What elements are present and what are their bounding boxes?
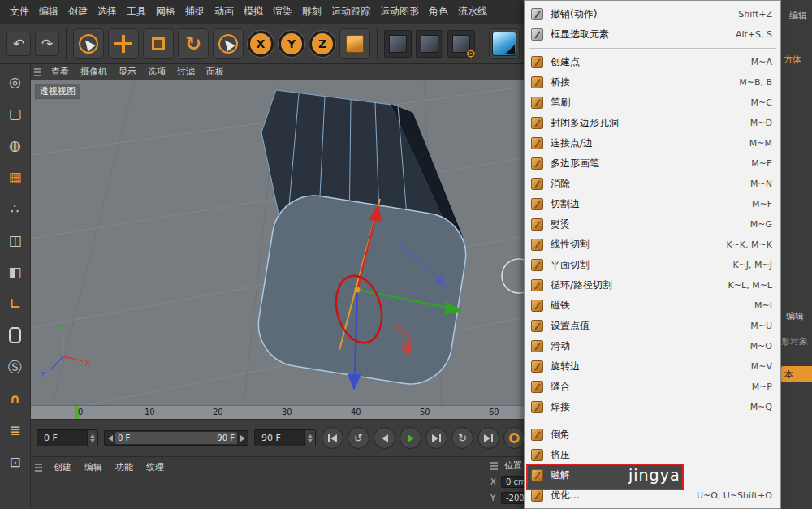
context-menu-item[interactable]: 创建点 M~A [525,52,780,72]
mode-icon[interactable] [3,101,28,126]
menubar-item[interactable]: 编辑 [34,2,63,22]
spinner-arrows[interactable] [87,430,97,446]
rotate-tool-button[interactable]: ↻ [178,28,209,59]
view-label[interactable]: 透视视图 [35,84,80,99]
menubar-item[interactable]: 文件 [5,2,34,22]
context-menu-item[interactable]: 平面切割 K~J, M~J [525,255,780,275]
render-view-button[interactable] [384,30,412,58]
mesh-object[interactable] [253,90,472,390]
mode-icon[interactable] [3,70,28,94]
material-menu-item[interactable]: 编辑 [78,459,109,475]
last-tool-button[interactable] [213,28,244,59]
context-menu-item[interactable]: 滑动 M~O [525,336,780,356]
viewport-menu-item[interactable]: 面板 [201,64,230,80]
mode-icon[interactable] [3,355,28,379]
mode-icon[interactable] [3,323,28,347]
menubar-item[interactable]: 捕捉 [180,2,209,22]
context-menu-item[interactable]: 熨烫 M~G [525,214,780,235]
mode-icon[interactable] [3,291,28,316]
context-menu-item[interactable]: 框显选取元素 Alt+S, S [525,24,780,45]
menubar-item[interactable]: 动画 [209,2,239,22]
panel-grip-icon[interactable] [35,463,42,472]
axis-lock-button[interactable]: Y [279,31,304,57]
timeline-ruler[interactable]: 0102030405060 [31,405,524,420]
primitive-object-button[interactable] [489,28,520,59]
redo-button[interactable]: ↷ [35,32,59,56]
viewport-menu-item[interactable]: 过滤 [171,64,201,80]
viewport-menu-item[interactable]: 查看 [45,64,75,80]
menubar-item[interactable]: 渲染 [268,2,297,22]
context-menu-item[interactable]: 切割边 M~F [525,194,780,214]
viewport[interactable]: 透视视图 [31,80,524,405]
undo-button[interactable]: ↶ [6,32,31,56]
object-name-label[interactable]: 方体 [784,54,801,66]
context-menu-item[interactable]: 磁铁 M~I [525,295,780,316]
right-dock-edit-label[interactable]: 编辑 [789,10,807,22]
context-menu-item[interactable]: 多边形画笔 M~E [525,153,780,174]
context-menu-item[interactable]: 撤销(动作) Shift+Z [525,4,780,24]
context-menu-item[interactable]: 循环/路径切割 K~L, M~L [525,275,780,295]
viewport-menu-item[interactable]: 显示 [113,64,142,80]
menubar-item[interactable]: 工具 [122,2,151,22]
coordinate-system-button[interactable] [339,28,370,59]
context-menu-item[interactable]: 融解 jingya [525,465,780,485]
context-menu-item[interactable]: 焊接 M~Q [525,397,780,417]
menubar-item[interactable]: 选择 [93,2,122,22]
render-settings-button[interactable]: ⚙ [447,30,475,58]
play-loop-button[interactable]: ↻ [451,427,473,449]
menubar-item[interactable]: 模拟 [239,2,268,22]
range-left-arrow[interactable] [105,435,115,442]
live-selection-button[interactable] [73,28,104,59]
mode-icon[interactable] [3,165,28,189]
mode-icon[interactable] [3,450,28,474]
range-right-arrow[interactable] [237,435,248,442]
context-menu-item[interactable]: 线性切割 K~K, M~K [525,235,780,255]
current-frame-field[interactable]: 0 F [37,429,98,446]
material-menu-item[interactable]: 功能 [109,459,140,475]
mode-icon[interactable] [3,386,28,411]
mode-icon[interactable] [3,260,28,284]
context-menu-item[interactable]: 设置点值 M~U [525,316,780,336]
context-menu-item[interactable]: 旋转边 M~V [525,356,780,377]
menubar-item[interactable]: 雕刻 [297,2,326,22]
axis-lock-button[interactable]: X [248,31,274,57]
menubar-item[interactable]: 创建 [63,2,93,22]
attributes-edit-label[interactable]: 编辑 [786,310,804,322]
scale-tool-button[interactable] [143,28,174,59]
menubar-item[interactable]: 运动跟踪 [326,2,375,22]
material-menu-item[interactable]: 创建 [47,459,78,475]
mode-icon[interactable] [3,228,28,252]
render-to-picture-viewer-button[interactable] [416,30,443,58]
context-menu-item[interactable]: 挤压 [525,445,780,465]
context-menu-item[interactable]: 封闭多边形孔洞 M~D [525,113,780,133]
previous-frame-button[interactable] [374,427,395,449]
panel-grip-icon[interactable] [34,67,41,76]
mode-icon[interactable] [3,196,28,221]
menubar-item[interactable]: 流水线 [453,2,492,22]
context-menu-item[interactable]: 桥接 M~B, B [525,72,780,93]
play-button[interactable] [400,427,421,449]
goto-start-button[interactable] [322,427,343,449]
context-menu-item[interactable]: 消除 M~N [525,174,780,194]
rotate-band-icon[interactable] [502,259,524,293]
context-menu-item[interactable]: 缝合 M~P [525,377,780,397]
move-tool-button[interactable] [108,28,139,59]
menubar-item[interactable]: 网格 [151,2,180,22]
context-menu-item[interactable]: 优化... U~O, U~Shift+O [525,485,780,506]
frame-range-slider[interactable]: 0 F 90 F [104,430,248,446]
goto-end-button[interactable] [477,427,499,449]
mode-icon[interactable] [3,418,28,442]
viewport-menu-item[interactable]: 选项 [142,64,171,80]
context-menu-item[interactable]: 倒角 [525,425,780,445]
context-menu-item[interactable]: 连接点/边 M~M [525,133,780,153]
context-menu-item[interactable]: 笔刷 M~C [525,93,780,113]
menubar-item[interactable]: 角色 [424,2,453,22]
basic-tab[interactable]: 本 [781,366,812,382]
record-keyframe-button[interactable] [503,427,525,449]
material-menu-item[interactable]: 纹理 [140,459,171,475]
spinner-arrows[interactable] [304,430,315,446]
viewport-menu-item[interactable]: 摄像机 [75,64,113,80]
next-frame-button[interactable] [425,427,447,449]
mode-icon[interactable] [3,133,28,157]
axis-lock-button[interactable]: Z [309,31,335,57]
